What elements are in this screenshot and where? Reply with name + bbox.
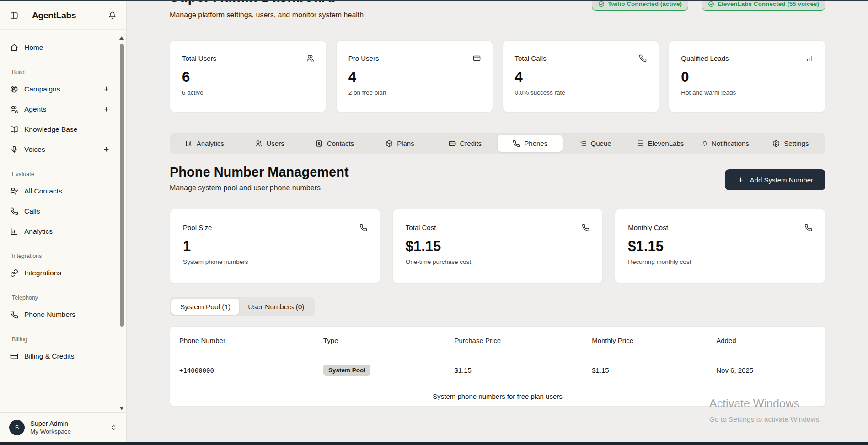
stats-grid: Total Users 6 6 active Pro Users 4 2 on … xyxy=(170,40,825,113)
sidebar-item-label: Knowledge Base xyxy=(24,125,77,134)
microphone-icon xyxy=(10,145,18,154)
column-header: Phone Number xyxy=(170,337,314,344)
stat-sub: 2 on free plan xyxy=(348,89,481,96)
book-open-icon xyxy=(10,125,18,134)
add-voice-icon[interactable] xyxy=(103,146,110,153)
cell-purchase-price: $1.15 xyxy=(445,366,583,374)
cell-added-date: Nov 6, 2025 xyxy=(707,366,825,374)
phone-icon xyxy=(804,224,812,231)
tab-notifications[interactable]: Notifications xyxy=(693,135,758,152)
cell-monthly-price: $1.15 xyxy=(583,366,707,374)
tab-elevenlabs[interactable]: ElevenLabs xyxy=(628,135,693,152)
tab-credits[interactable]: Credits xyxy=(433,135,498,152)
stat-card-monthly-cost: Monthly Cost $1.15 Recurring monthly cos… xyxy=(615,209,825,284)
check-circle-icon xyxy=(598,1,605,7)
tab-contacts[interactable]: Contacts xyxy=(302,135,367,152)
sidebar-item-label: Analytics xyxy=(24,227,53,236)
sidebar-item-knowledge-base[interactable]: Knowledge Base xyxy=(10,121,110,138)
cell-type: System Pool xyxy=(314,365,445,376)
column-header: Added xyxy=(707,337,825,344)
tab-users[interactable]: Users xyxy=(237,135,302,152)
panel-toggle-icon[interactable] xyxy=(10,11,18,20)
column-header: Purchase Price xyxy=(445,337,583,344)
add-system-number-button[interactable]: Add System Number xyxy=(725,169,825,190)
workspace-switcher[interactable]: S Super Admin My Workspace xyxy=(0,412,126,442)
stat-value: 6 xyxy=(182,69,314,86)
phone-icon xyxy=(513,140,520,147)
stat-value: $1.15 xyxy=(406,238,590,255)
sidebar-item-home[interactable]: Home xyxy=(10,39,110,56)
stat-label: Total Cost xyxy=(406,224,436,231)
server-icon xyxy=(637,140,644,147)
app-title: AgentLabs xyxy=(32,11,76,21)
tab-system-pool[interactable]: System Pool (1) xyxy=(171,299,239,315)
phone-icon xyxy=(10,311,18,319)
pool-tabs: System Pool (1) User Numbers (0) xyxy=(170,297,315,316)
phone-section-titles: Phone Number Management Manage system po… xyxy=(170,165,349,192)
stat-label: Qualified Leads xyxy=(681,54,729,62)
tab-label: Credits xyxy=(460,139,482,147)
tab-label: ElevenLabs xyxy=(648,139,684,147)
stat-label: Pool Size xyxy=(183,224,212,231)
add-campaign-icon[interactable] xyxy=(103,86,110,92)
chevrons-up-down-icon xyxy=(110,424,117,431)
sidebar-item-label: All Contacts xyxy=(24,187,62,195)
sidebar-group-evaluate: Evaluate All Contacts Calls Analytics xyxy=(10,171,110,240)
stat-value: $1.15 xyxy=(628,238,812,255)
user-name: Super Admin xyxy=(30,420,71,427)
user-check-icon xyxy=(10,187,18,195)
badge-label: Twilio Connected (active) xyxy=(608,1,682,7)
sidebar-item-billing-credits[interactable]: Billing & Credits xyxy=(10,348,110,365)
users-icon xyxy=(255,140,263,147)
table-header-row: Phone Number Type Purchase Price Monthly… xyxy=(170,327,825,354)
stat-sub: System phone numbers xyxy=(183,258,367,265)
sidebar-item-all-contacts[interactable]: All Contacts xyxy=(10,182,110,199)
scrollbar-thumb[interactable] xyxy=(120,44,124,327)
tab-analytics[interactable]: Analytics xyxy=(172,135,237,152)
tab-plans[interactable]: Plans xyxy=(367,135,432,152)
table-caption: System phone numbers for free plan users xyxy=(170,386,825,406)
admin-tabbar: Analytics Users Contacts Plans Credits P… xyxy=(170,133,825,154)
badge-label: ElevenLabs Connected (55 voices) xyxy=(718,1,819,7)
sidebar-item-agents[interactable]: Agents xyxy=(10,101,110,118)
tab-settings[interactable]: Settings xyxy=(758,135,823,152)
sidebar-item-label: Phone Numbers xyxy=(24,311,75,319)
tab-label: Plans xyxy=(397,139,414,147)
credit-card-icon xyxy=(473,54,481,62)
page-subtitle: Manage platform settings, users, and mon… xyxy=(170,11,825,19)
stat-label: Monthly Cost xyxy=(628,224,668,231)
sidebar-group-build: Build Campaigns Agents Knowledge Base Vo… xyxy=(10,69,110,158)
sidebar-item-label: Integrations xyxy=(24,269,61,277)
add-agent-icon[interactable] xyxy=(103,106,110,113)
stat-sub: Hot and warm leads xyxy=(681,89,813,96)
stat-sub: 6 active xyxy=(182,89,314,96)
scroll-down-icon[interactable] xyxy=(119,407,124,410)
sidebar-scrollbar[interactable] xyxy=(119,36,124,410)
sidebar-item-integrations[interactable]: Integrations xyxy=(10,264,110,281)
window-bottom-edge xyxy=(0,442,868,445)
tab-phones[interactable]: Phones xyxy=(498,135,563,152)
column-header: Type xyxy=(314,337,445,344)
sidebar-item-voices[interactable]: Voices xyxy=(10,141,110,158)
sidebar-item-analytics[interactable]: Analytics xyxy=(10,223,110,240)
stat-card-total-calls: Total Calls 4 0.0% success rate xyxy=(503,40,659,113)
scroll-up-icon[interactable] xyxy=(119,36,124,40)
plus-icon xyxy=(737,177,744,183)
table-row: +14000000 System Pool $1.15 $1.15 Nov 6,… xyxy=(170,354,825,386)
tab-user-numbers[interactable]: User Numbers (0) xyxy=(239,299,313,315)
main-content: Twilio Connected (active) ElevenLabs Con… xyxy=(127,1,868,442)
bar-chart-icon xyxy=(185,140,193,147)
connection-badges: Twilio Connected (active) ElevenLabs Con… xyxy=(592,1,825,11)
sidebar-item-phone-numbers[interactable]: Phone Numbers xyxy=(10,306,110,323)
tab-queue[interactable]: 12 Queue xyxy=(563,135,627,152)
elevenlabs-status-badge: ElevenLabs Connected (55 voices) xyxy=(702,1,825,11)
stat-value: 4 xyxy=(515,69,647,86)
twilio-status-badge: Twilio Connected (active) xyxy=(592,1,688,11)
notifications-bell-icon[interactable] xyxy=(108,11,116,19)
tab-label: Notifications xyxy=(712,139,749,147)
sidebar-item-campaigns[interactable]: Campaigns xyxy=(10,80,110,97)
stat-card-qualified-leads: Qualified Leads 0 Hot and warm leads xyxy=(669,40,825,113)
phone-section-header: Phone Number Management Manage system po… xyxy=(170,165,825,192)
sidebar-item-label: Billing & Credits xyxy=(24,352,74,360)
sidebar-item-calls[interactable]: Calls xyxy=(10,203,110,220)
